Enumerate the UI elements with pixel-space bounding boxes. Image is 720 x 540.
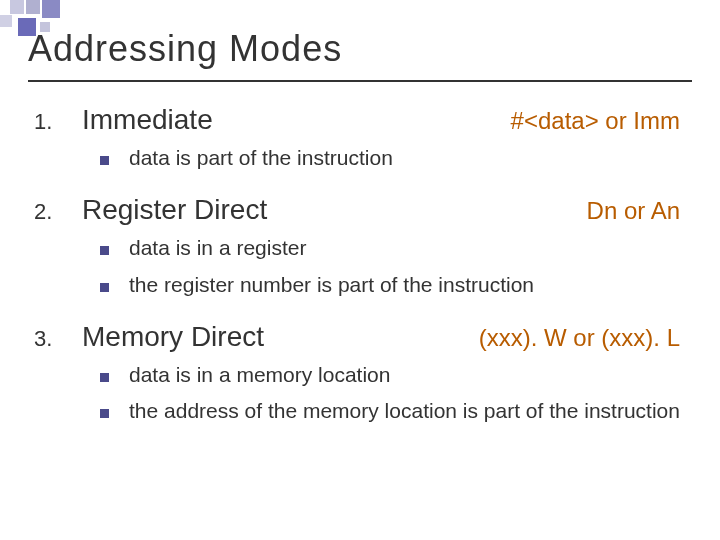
item-heading: Memory Direct — [82, 321, 479, 353]
corner-decoration — [0, 0, 120, 40]
sub-text: data is in a memory location — [129, 361, 390, 389]
sub-item: the register number is part of the instr… — [28, 271, 692, 299]
item-number: 2. — [28, 199, 82, 225]
sub-text: the address of the memory location is pa… — [129, 397, 680, 425]
item-syntax: (xxx). W or (xxx). L — [479, 324, 680, 352]
sub-text: data is part of the instruction — [129, 144, 393, 172]
sub-item: data is in a memory location — [28, 361, 692, 389]
sub-text: the register number is part of the instr… — [129, 271, 534, 299]
list-item: 3. Memory Direct (xxx). W or (xxx). L da… — [28, 321, 692, 426]
square-bullet-icon — [100, 373, 109, 382]
sub-text: data is in a register — [129, 234, 306, 262]
sub-item: data is part of the instruction — [28, 144, 692, 172]
item-syntax: #<data> or Imm — [511, 107, 680, 135]
item-heading: Register Direct — [82, 194, 587, 226]
sub-item: data is in a register — [28, 234, 692, 262]
slide-content: Addressing Modes 1. Immediate #<data> or… — [0, 0, 720, 426]
list-item: 1. Immediate #<data> or Imm data is part… — [28, 104, 692, 172]
sub-item: the address of the memory location is pa… — [28, 397, 692, 425]
item-syntax: Dn or An — [587, 197, 680, 225]
square-bullet-icon — [100, 283, 109, 292]
item-heading: Immediate — [82, 104, 511, 136]
item-number: 3. — [28, 326, 82, 352]
square-bullet-icon — [100, 156, 109, 165]
square-bullet-icon — [100, 409, 109, 418]
square-bullet-icon — [100, 246, 109, 255]
item-number: 1. — [28, 109, 82, 135]
list-item: 2. Register Direct Dn or An data is in a… — [28, 194, 692, 299]
slide-title: Addressing Modes — [28, 28, 692, 82]
